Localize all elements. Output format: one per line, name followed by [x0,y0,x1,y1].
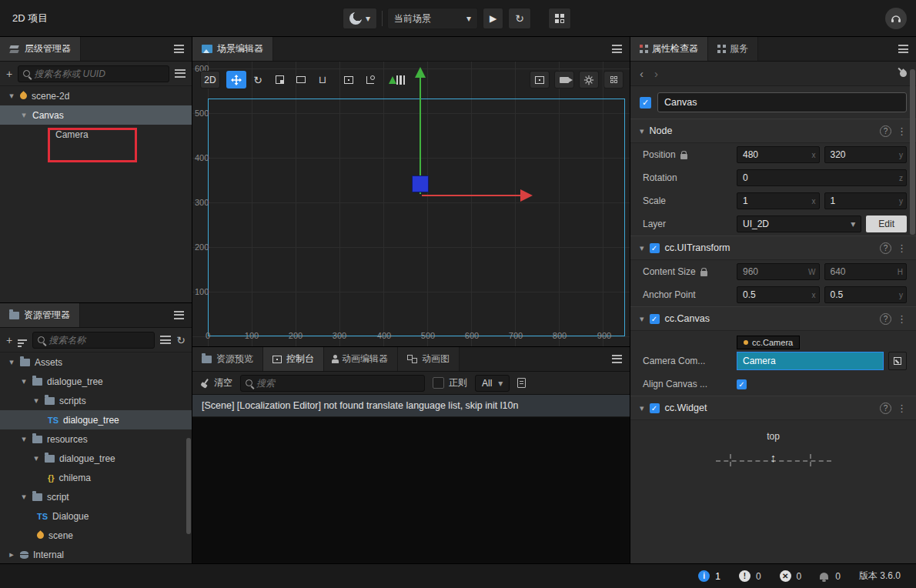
caret-down-icon[interactable]: ▾ [20,492,28,502]
asset-row-dialogue-tree-2[interactable]: ▾ dialogue_tree [0,449,192,468]
scene-menu-button[interactable] [604,37,630,61]
move-tool-button[interactable] [226,71,246,89]
inspector-menu-button[interactable] [891,37,916,61]
caret-down-icon[interactable]: ▾ [8,91,15,101]
node-name-input[interactable] [657,92,907,112]
section-canvas[interactable]: ▾ ✓ cc.Canvas ? ⋮ [630,306,916,331]
log-file-icon[interactable] [517,378,526,388]
section-widget[interactable]: ▾ ✓ cc.Widget ? ⋮ [630,396,916,420]
qr-preview-button[interactable] [548,8,571,29]
gizmo-center-square[interactable] [412,175,429,192]
log-filter-select[interactable]: All ▾ [475,375,510,392]
uitransform-enabled-checkbox[interactable]: ✓ [650,243,660,253]
tab-assets[interactable]: 资源管理器 [0,303,80,327]
pivot-snap-button[interactable] [339,71,359,89]
assets-search-input[interactable] [48,335,149,346]
anchor-x-field[interactable]: 0.5 x [737,286,820,303]
help-icon[interactable]: ? [880,313,891,325]
regex-checkbox[interactable] [433,377,444,389]
caret-down-icon[interactable]: ▾ [640,403,644,413]
console-searchbox[interactable] [240,375,425,392]
caret-down-icon[interactable]: ▾ [20,110,28,120]
asset-row-dialogue-tree-ts[interactable]: TS dialogue_tree [0,410,192,429]
assets-searchbox[interactable] [32,332,155,349]
rotate-tool-button[interactable]: ↻ [248,71,268,89]
assets-menu-button[interactable] [166,303,192,327]
clear-console-button[interactable]: 清空 [200,376,232,389]
help-icon[interactable]: ? [880,403,891,414]
scale-y-field[interactable]: 1 y [824,192,908,209]
position-x-field[interactable]: 480 x [737,146,820,163]
preview-frame-button[interactable] [530,71,550,89]
caret-down-icon[interactable]: ▾ [640,243,644,253]
console-log-row[interactable]: [Scene] [Localization Editor] not found … [192,395,630,417]
asset-row-scene[interactable]: scene [0,526,192,545]
assets-scrollbar[interactable] [186,438,191,534]
scale-x-field[interactable]: 1 x [737,192,820,209]
hierarchy-node-camera[interactable]: Camera [0,125,192,144]
warning-icon[interactable]: ! [739,570,751,582]
caret-down-icon[interactable]: ▾ [20,434,28,444]
add-node-button[interactable]: + [6,68,12,80]
more-icon[interactable]: ⋮ [897,242,907,254]
inspector-scrollbar[interactable] [910,69,915,235]
more-icon[interactable]: ⋮ [897,403,907,414]
caret-down-icon[interactable]: ▾ [8,357,15,367]
widget-align-diagram[interactable]: ↕ [716,449,831,477]
editor-menu-button[interactable]: ▾ [343,8,377,29]
node-active-checkbox[interactable]: ✓ [640,97,651,109]
gizmo-x-axis[interactable] [422,195,520,196]
tab-hierarchy[interactable]: 层级管理器 [0,37,81,61]
scene-viewport[interactable]: 600 500 400 300 200 100 0 100 200 300 40… [192,62,630,346]
rotation-snap-button[interactable] [360,71,380,89]
canvas-enabled-checkbox[interactable]: ✓ [650,314,660,324]
hierarchy-menu-button[interactable] [166,37,192,61]
info-icon[interactable]: i [698,570,710,582]
hierarchy-search-input[interactable] [34,68,164,79]
tab-asset-preview[interactable]: 资源预览 [192,347,263,371]
caret-down-icon[interactable]: ▾ [32,396,40,406]
tab-animation-editor[interactable]: 动画编辑器 [324,347,398,371]
bell-icon[interactable] [820,573,828,580]
caret-down-icon[interactable]: ▾ [640,314,644,324]
nav-forward-button[interactable]: › [654,67,658,80]
node-picker-button[interactable] [888,352,907,370]
rect-tool-button[interactable] [291,71,311,89]
anchor-y-field[interactable]: 0.5 y [824,286,908,303]
nav-back-button[interactable]: ‹ [640,67,644,80]
refresh-button[interactable]: ↻ [508,8,531,29]
rotation-z-field[interactable]: 0 z [737,169,907,186]
asset-row-internal[interactable]: ▸ Internal [0,545,192,564]
content-width-field[interactable]: 960 W [737,263,820,280]
tab-inspector[interactable]: 属性检查器 [630,37,708,61]
tab-console[interactable]: 控制台 [263,347,324,371]
caret-down-icon[interactable]: ▾ [32,453,40,463]
more-icon[interactable]: ⋮ [897,125,907,137]
asset-row-dialogue-tree[interactable]: ▾ dialogue_tree [0,372,192,391]
help-icon[interactable]: ? [880,242,891,254]
play-button[interactable]: ▶ [483,8,503,29]
section-uitransform[interactable]: ▾ ✓ cc.UITransform ? ⋮ [630,236,916,260]
hierarchy-node-canvas[interactable]: ▾ Canvas [0,105,192,125]
support-button[interactable] [885,8,907,29]
refresh-assets-icon[interactable]: ↻ [176,334,186,346]
caret-down-icon[interactable]: ▾ [20,376,28,386]
lock-icon[interactable] [700,271,707,276]
scene-camera-button[interactable] [554,71,574,89]
help-icon[interactable]: ? [880,125,891,137]
camera-reference-field[interactable]: Camera [737,352,884,370]
section-node[interactable]: ▾ Node ? ⋮ [630,119,916,143]
grid-snap-button[interactable] [603,71,623,89]
sort-icon[interactable] [18,339,27,341]
asset-row-resources[interactable]: ▾ resources [0,429,192,449]
scale-tool-button[interactable] [269,71,289,89]
ui-transform-tool-button[interactable]: ⊔ [313,71,333,89]
widget-enabled-checkbox[interactable]: ✓ [650,403,660,413]
error-icon[interactable]: ✕ [780,570,791,582]
asset-row-assets[interactable]: ▾ Assets [0,352,192,372]
console-menu-button[interactable] [604,347,630,371]
layer-edit-button[interactable]: Edit [866,215,907,232]
scene-settings-button[interactable] [579,71,599,89]
add-asset-button[interactable]: + [6,334,12,346]
regex-toggle[interactable]: 正则 [433,376,467,389]
